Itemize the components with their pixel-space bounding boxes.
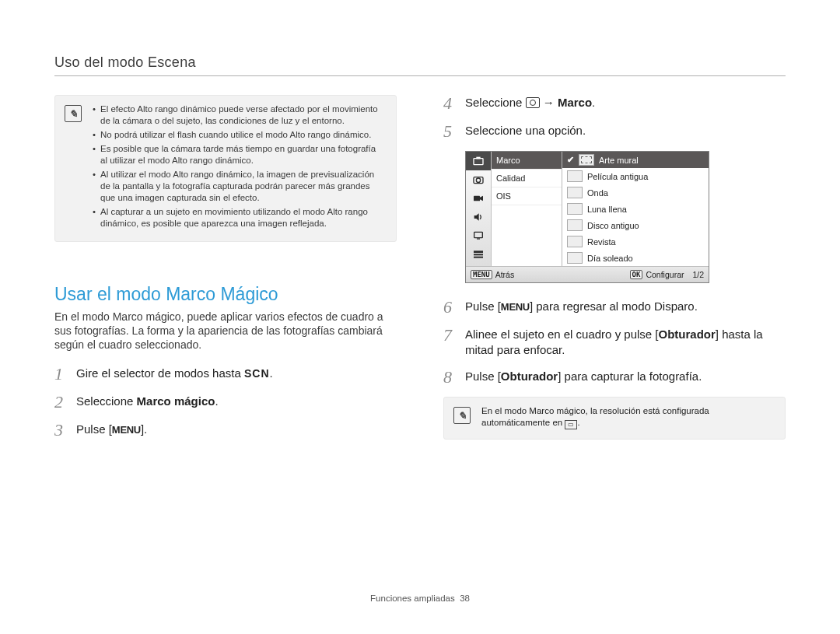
step-number: 6 [443, 299, 454, 316]
frame-thumb-icon [567, 219, 583, 231]
note-icon: ✎ [65, 105, 82, 122]
step-text: Pulse [MENU]. [76, 422, 397, 439]
ok-button-icon: OK [630, 270, 643, 279]
step-4: 4 Seleccione → Marco. [443, 95, 786, 112]
sidebar-display-icon [466, 226, 491, 245]
menu-right-revista: Revista [562, 233, 709, 250]
step-text: Gire el selector de modos hasta SCN. [76, 366, 397, 383]
section-intro: En el modo Marco mágico, puede aplicar v… [54, 310, 397, 352]
step-number: 5 [443, 123, 454, 140]
frame-thumb-icon [579, 154, 594, 166]
steps-left: 1 Gire el selector de modos hasta SCN. 2… [54, 366, 397, 439]
menu-foot-config: Configurar [646, 270, 684, 279]
menu-footer: MENU Atrás OK Configurar 1/2 [466, 266, 709, 282]
step-5: 5 Seleccione una opción. [443, 123, 786, 140]
menu-icon: MENU [501, 301, 530, 313]
menu-mid-marco: Marco [492, 152, 562, 170]
info-note-box-2: ✎ En el modo Marco mágico, la resolución… [443, 397, 786, 440]
step-3: 3 Pulse [MENU]. [54, 422, 397, 439]
scn-icon: SCN [244, 367, 270, 380]
step-text: Pulse [Obturador] para capturar la fotog… [465, 369, 786, 386]
step-2: 2 Seleccione Marco mágico. [54, 394, 397, 411]
svg-rect-8 [477, 238, 480, 239]
menu-right-arte: ✔ Arte mural [562, 152, 709, 168]
frame-thumb-icon [567, 203, 583, 215]
step-text: Alinee el sujeto en el cuadro y pulse [O… [465, 327, 786, 358]
step-number: 1 [54, 366, 65, 383]
step-number: 2 [54, 394, 65, 411]
steps-right: 4 Seleccione → Marco. 5 Seleccione una o… [443, 95, 786, 140]
svg-rect-0 [474, 159, 483, 165]
step-7: 7 Alinee el sujeto en el cuadro y pulse … [443, 327, 786, 358]
frame-thumb-icon [567, 187, 583, 198]
menu-foot-back: Atrás [495, 270, 515, 279]
camera-icon [526, 97, 540, 108]
menu-mid-calidad: Calidad [492, 170, 562, 187]
note-item: No podrá utilizar el flash cuando utilic… [93, 129, 385, 141]
note-list: El efecto Alto rango dinámico puede vers… [93, 103, 385, 232]
step-6: 6 Pulse [MENU] para regresar al modo Dis… [443, 299, 786, 316]
step-text: Pulse [MENU] para regresar al modo Dispa… [465, 299, 786, 316]
step-text: Seleccione una opción. [465, 123, 786, 140]
svg-rect-7 [474, 232, 483, 237]
page-header-title: Uso del modo Escena [54, 54, 786, 71]
step-text: Seleccione → Marco. [465, 95, 786, 112]
note-icon: ✎ [453, 407, 471, 424]
step-text: Seleccione Marco mágico. [76, 394, 397, 411]
note-item: Al utilizar el modo Alto rango dinámico,… [93, 169, 385, 204]
menu-right-disco: Disco antiguo [562, 217, 709, 233]
note-item: Al capturar a un sujeto en movimiento ut… [93, 206, 385, 229]
menu-right-luna: Luna llena [562, 201, 709, 217]
svg-marker-6 [474, 213, 479, 220]
section-title: Usar el modo Marco Mágico [54, 284, 397, 305]
menu-right-dia: Día soleado [562, 250, 709, 266]
menu-button-icon: MENU [471, 270, 492, 279]
step-8: 8 Pulse [Obturador] para capturar la fot… [443, 369, 786, 386]
header-divider [54, 75, 786, 76]
svg-rect-4 [474, 196, 480, 201]
left-column: ✎ El efecto Alto rango dinámico puede ve… [54, 95, 397, 450]
page-footer: Funciones ampliadas 38 [0, 594, 840, 603]
menu-right-onda: Onda [562, 184, 709, 201]
menu-icon: MENU [112, 424, 141, 436]
frame-thumb-icon [567, 252, 583, 264]
menu-foot-page: 1/2 [692, 270, 704, 279]
sidebar-sound-icon [466, 208, 491, 226]
svg-rect-10 [474, 254, 483, 255]
steps-right-2: 6 Pulse [MENU] para regresar al modo Dis… [443, 299, 786, 386]
note-item: Es posible que la cámara tarde más tiemp… [93, 143, 385, 166]
step-number: 3 [54, 422, 65, 439]
step-number: 7 [443, 327, 454, 358]
resolution-icon: ▭ [565, 420, 577, 429]
menu-sidebar [466, 152, 492, 266]
note-item: El efecto Alto rango dinámico puede vers… [93, 103, 385, 127]
sidebar-camera-icon [466, 170, 491, 189]
menu-mid-ois: OIS [492, 187, 562, 205]
step-number: 8 [443, 369, 454, 386]
menu-right-pelicula: Película antigua [562, 168, 709, 184]
sidebar-video-icon [466, 189, 491, 208]
step-1: 1 Gire el selector de modos hasta SCN. [54, 366, 397, 383]
frame-thumb-icon [567, 170, 583, 182]
menu-middle-column: Marco Calidad OIS [492, 152, 562, 266]
svg-marker-5 [480, 196, 483, 201]
svg-rect-1 [476, 157, 480, 159]
info-note-box: ✎ El efecto Alto rango dinámico puede ve… [54, 95, 397, 242]
sidebar-settings-icon [466, 245, 491, 264]
right-column: 4 Seleccione → Marco. 5 Seleccione una o… [443, 95, 786, 450]
note-text: En el modo Marco mágico, la resolución e… [481, 405, 774, 429]
frame-thumb-icon [567, 236, 583, 247]
menu-right-column: ✔ Arte mural Película antigua Onda Luna … [562, 152, 709, 266]
check-icon: ✔ [567, 155, 574, 165]
svg-rect-11 [474, 257, 483, 258]
step-number: 4 [443, 95, 454, 112]
sidebar-scene-icon [466, 152, 491, 170]
camera-menu-screenshot: Marco Calidad OIS ✔ Arte mural Película … [465, 151, 709, 283]
svg-point-3 [476, 178, 480, 182]
svg-rect-9 [474, 250, 483, 253]
